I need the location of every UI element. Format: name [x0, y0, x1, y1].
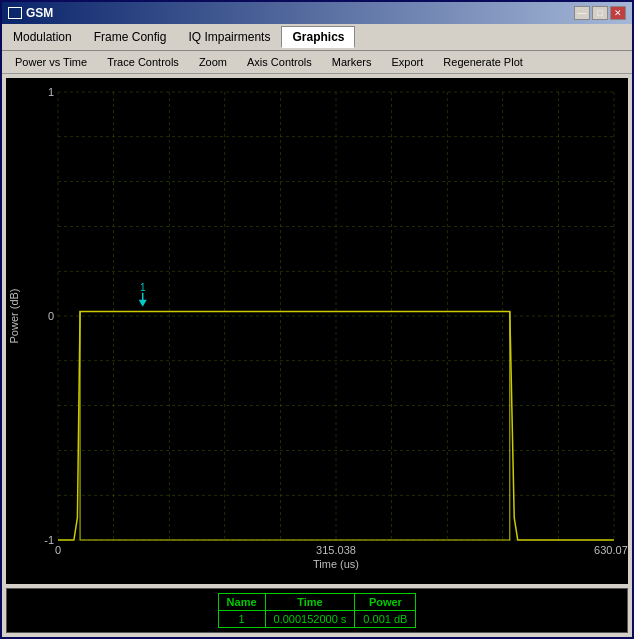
maximize-button[interactable]: □ — [592, 6, 608, 20]
marker-table: Name Time Power 1 0.000152000 s 0.001 dB — [218, 593, 417, 628]
toolbar-markers[interactable]: Markers — [323, 53, 381, 71]
status-bar: Name Time Power 1 0.000152000 s 0.001 dB — [6, 588, 628, 633]
menu-bar: Modulation Frame Config IQ Impairments G… — [2, 24, 632, 51]
plot-canvas — [6, 78, 628, 584]
app-icon — [8, 7, 22, 19]
toolbar-zoom[interactable]: Zoom — [190, 53, 236, 71]
minimize-button[interactable]: — — [574, 6, 590, 20]
marker-name: 1 — [218, 611, 265, 628]
main-window: GSM — □ ✕ Modulation Frame Config IQ Imp… — [0, 0, 634, 639]
title-bar-left: GSM — [8, 6, 53, 20]
toolbar-axis-controls[interactable]: Axis Controls — [238, 53, 321, 71]
title-bar: GSM — □ ✕ — [2, 2, 632, 24]
window-title: GSM — [26, 6, 53, 20]
title-bar-buttons: — □ ✕ — [574, 6, 626, 20]
marker-time: 0.000152000 s — [265, 611, 355, 628]
col-header-name: Name — [218, 594, 265, 611]
toolbar-regenerate-plot[interactable]: Regenerate Plot — [434, 53, 532, 71]
marker-power: 0.001 dB — [355, 611, 416, 628]
toolbar: Power vs Time Trace Controls Zoom Axis C… — [2, 51, 632, 74]
table-row: 1 0.000152000 s 0.001 dB — [218, 611, 416, 628]
menu-item-frame-config[interactable]: Frame Config — [83, 26, 178, 48]
col-header-power: Power — [355, 594, 416, 611]
toolbar-trace-controls[interactable]: Trace Controls — [98, 53, 188, 71]
close-button[interactable]: ✕ — [610, 6, 626, 20]
menu-item-graphics[interactable]: Graphics — [281, 26, 355, 48]
col-header-time: Time — [265, 594, 355, 611]
plot-area[interactable] — [6, 78, 628, 584]
toolbar-export[interactable]: Export — [383, 53, 433, 71]
menu-item-iq-impairments[interactable]: IQ Impairments — [177, 26, 281, 48]
menu-item-modulation[interactable]: Modulation — [2, 26, 83, 48]
toolbar-power-vs-time[interactable]: Power vs Time — [6, 53, 96, 71]
